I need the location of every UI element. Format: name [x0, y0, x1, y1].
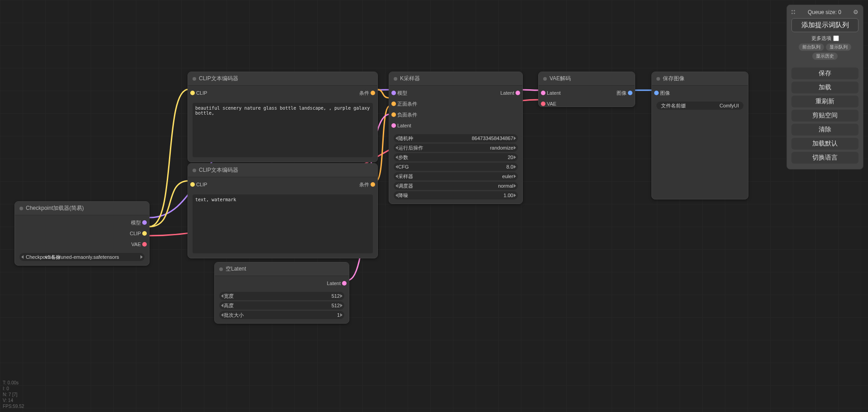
node-title[interactable]: VAE解码 [539, 72, 635, 86]
node-title[interactable]: CLIP文本编码器 [188, 72, 377, 86]
node-title[interactable]: Checkpoint加载器(简易) [15, 202, 149, 215]
node-title[interactable]: K采样器 [389, 72, 522, 86]
save-button[interactable]: 保存 [791, 68, 858, 79]
denoise-widget[interactable]: 降噪1.00 [394, 191, 518, 199]
node-title[interactable]: CLIP文本编码器 [188, 164, 377, 177]
arrow-left-icon[interactable] [221, 304, 223, 307]
node-vae-decode[interactable]: VAE解码 Latent 图像 VAE [538, 72, 635, 107]
node-checkpoint-loader[interactable]: Checkpoint加载器(简易) 模型 CLIP VAE Checkpoint… [14, 201, 149, 266]
arrow-left-icon[interactable] [395, 165, 398, 169]
arrow-left-icon[interactable] [395, 174, 398, 178]
widget-value: 512 [332, 303, 340, 308]
widget-label: Checkpoint名称 [26, 254, 61, 261]
collapse-dot-icon[interactable] [19, 207, 23, 210]
port-latent-icon[interactable] [541, 91, 545, 95]
front-queue-button[interactable]: 前台队列 [799, 44, 824, 51]
collapse-dot-icon[interactable] [656, 77, 660, 81]
arrow-left-icon[interactable] [221, 294, 223, 298]
input-vae: VAE [547, 101, 556, 107]
arrow-left-icon[interactable] [395, 184, 398, 188]
port-image-icon[interactable] [628, 91, 632, 95]
clear-button[interactable]: 清除 [791, 124, 858, 136]
seed-widget[interactable]: 随机种864733458434867 [394, 134, 518, 142]
node-save-image[interactable]: 保存图像 图像 文件名前缀ComfyUI [651, 72, 748, 199]
arrow-left-icon[interactable] [395, 194, 398, 197]
cfg-widget[interactable]: CFG8.0 [394, 163, 518, 171]
widget-label: 降噪 [398, 192, 408, 199]
arrow-right-icon[interactable] [340, 313, 342, 317]
node-title[interactable]: 保存图像 [652, 72, 748, 86]
arrow-left-icon[interactable] [221, 313, 223, 317]
port-clip-icon[interactable] [190, 91, 195, 95]
arrow-right-icon[interactable] [140, 255, 143, 259]
arrow-left-icon[interactable] [21, 255, 24, 259]
load-default-button[interactable]: 加载默认 [791, 138, 858, 150]
arrow-left-icon[interactable] [395, 136, 398, 140]
port-conditioning-icon[interactable] [371, 182, 375, 187]
port-clip-icon[interactable] [190, 182, 195, 187]
port-conditioning-icon[interactable] [391, 112, 396, 117]
node-title-text: K采样器 [400, 75, 420, 82]
collapse-dot-icon[interactable] [193, 77, 196, 81]
extra-options-checkbox[interactable] [833, 35, 839, 41]
collapse-dot-icon[interactable] [543, 77, 547, 81]
widget-label: 随机种 [398, 135, 413, 142]
after-generate-widget[interactable]: 运行后操作randomize [394, 144, 518, 152]
show-history-button[interactable]: 显示历史 [812, 53, 838, 60]
prompt-textarea[interactable]: text, watermark [193, 194, 373, 253]
stat-time: T: 0.00s [3, 380, 24, 386]
port-vae-icon[interactable] [541, 102, 545, 106]
output-conditioning: 条件 [359, 90, 369, 97]
port-conditioning-icon[interactable] [391, 102, 396, 106]
port-image-icon[interactable] [654, 91, 659, 95]
arrow-right-icon[interactable] [514, 174, 516, 178]
arrow-right-icon[interactable] [514, 184, 516, 188]
drag-handle-icon[interactable] [791, 10, 796, 15]
node-ksampler[interactable]: K采样器 模型 Latent 正面条件 负面条件 Latent 随机种86473… [389, 72, 523, 204]
show-queue-button[interactable]: 显示队列 [826, 44, 851, 51]
collapse-dot-icon[interactable] [193, 169, 196, 172]
prompt-textarea[interactable]: beautiful scenery nature glass bottle la… [193, 103, 373, 157]
load-button[interactable]: 加载 [791, 82, 858, 93]
clipspace-button[interactable]: 剪贴空间 [791, 110, 858, 121]
checkpoint-name-selector[interactable]: Checkpoint名称 v1-5-pruned-emaonly.safeten… [19, 253, 145, 261]
arrow-right-icon[interactable] [340, 304, 342, 307]
gear-icon[interactable]: ⚙ [853, 9, 858, 15]
collapse-dot-icon[interactable] [219, 267, 223, 271]
node-title[interactable]: 空Latent [215, 262, 349, 276]
port-conditioning-icon[interactable] [371, 91, 375, 95]
node-clip-text-encode-negative[interactable]: CLIP文本编码器 CLIP 条件 text, watermark [188, 163, 378, 258]
height-widget[interactable]: 高度512 [219, 301, 344, 310]
port-model-icon[interactable] [391, 91, 396, 95]
output-model: 模型 [131, 219, 141, 226]
arrow-right-icon[interactable] [514, 136, 516, 140]
port-latent-icon[interactable] [516, 91, 520, 95]
arrow-right-icon[interactable] [514, 194, 516, 197]
scheduler-widget[interactable]: 调度器normal [394, 182, 518, 190]
node-empty-latent[interactable]: 空Latent Latent 宽度512 高度512 批次大小1 [214, 262, 349, 324]
control-panel[interactable]: Queue size: 0 ⚙ 添加提示词队列 更多选项 前台队列 显示队列 显… [786, 5, 863, 170]
node-clip-text-encode-positive[interactable]: CLIP文本编码器 CLIP 条件 beautiful scenery natu… [188, 72, 378, 162]
arrow-right-icon[interactable] [514, 146, 516, 150]
arrow-right-icon[interactable] [514, 155, 516, 159]
width-widget[interactable]: 宽度512 [219, 292, 344, 300]
input-latent: Latent [397, 123, 411, 128]
filename-prefix-widget[interactable]: 文件名前缀ComfyUI [656, 102, 743, 110]
refresh-button[interactable]: 重刷新 [791, 96, 858, 107]
arrow-left-icon[interactable] [395, 146, 398, 150]
collapse-dot-icon[interactable] [394, 77, 397, 81]
port-vae-icon[interactable] [142, 242, 147, 247]
port-model-icon[interactable] [142, 220, 147, 225]
switch-language-button[interactable]: 切换语言 [791, 152, 858, 164]
arrow-left-icon[interactable] [395, 155, 398, 159]
arrow-right-icon[interactable] [340, 294, 342, 298]
port-clip-icon[interactable] [142, 231, 147, 236]
port-latent-icon[interactable] [342, 281, 347, 286]
widget-value: 512 [332, 293, 340, 299]
sampler-widget[interactable]: 采样器euler [394, 172, 518, 180]
port-latent-icon[interactable] [391, 123, 396, 128]
steps-widget[interactable]: 步数20 [394, 153, 518, 161]
arrow-right-icon[interactable] [514, 165, 516, 169]
queue-prompt-button[interactable]: 添加提示词队列 [791, 18, 858, 32]
batch-size-widget[interactable]: 批次大小1 [219, 311, 344, 319]
